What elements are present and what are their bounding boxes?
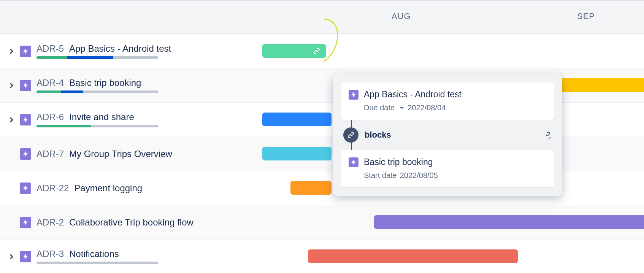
epic-icon xyxy=(349,157,358,167)
issue-list-panel: ADR-5 App Basics - Android test ADR-4 Ba… xyxy=(0,0,262,273)
epic-icon xyxy=(20,114,31,125)
issue-row[interactable]: ADR-2 Collaborative Trip booking flow xyxy=(0,205,262,240)
progress-bar xyxy=(36,56,158,59)
epic-icon xyxy=(20,46,31,57)
issue-row[interactable]: ADR-3 Notifications xyxy=(0,240,262,273)
epic-icon xyxy=(20,183,31,194)
issue-key[interactable]: ADR-6 xyxy=(36,112,64,122)
issue-summary[interactable]: Basic trip booking xyxy=(69,78,141,88)
start-date-value: 2022/08/05 xyxy=(400,171,438,180)
issue-key[interactable]: ADR-5 xyxy=(36,43,64,54)
epic-icon xyxy=(20,217,31,228)
link-icon xyxy=(312,47,321,55)
epic-icon xyxy=(20,148,31,160)
dependency-source-title: App Basics - Android test xyxy=(364,89,462,100)
issue-row[interactable]: ADR-7 My Group Trips Overview xyxy=(0,137,262,171)
epic-icon xyxy=(20,251,31,262)
timeline-row[interactable] xyxy=(262,34,644,68)
chevron-right-icon[interactable] xyxy=(8,83,13,88)
issue-row[interactable]: ADR-5 App Basics - Android test xyxy=(0,34,262,68)
issue-summary[interactable]: Invite and share xyxy=(69,112,134,122)
epic-icon xyxy=(349,90,358,100)
issue-row[interactable]: ADR-6 Invite and share xyxy=(0,103,262,137)
due-date-value: 2022/08/04 xyxy=(408,103,446,112)
link-icon xyxy=(343,127,358,143)
timeline-bar[interactable] xyxy=(559,78,644,92)
issue-key[interactable]: ADR-4 xyxy=(36,78,64,88)
issue-summary[interactable]: My Group Trips Overview xyxy=(69,149,172,159)
issue-summary[interactable]: Collaborative Trip booking flow xyxy=(69,217,194,228)
timeline-bar[interactable] xyxy=(262,113,332,126)
issue-key[interactable]: ADR-7 xyxy=(36,149,64,159)
dependency-relation: blocks xyxy=(341,120,554,150)
issue-summary[interactable]: Payment logging xyxy=(74,183,142,194)
issue-key[interactable]: ADR-3 xyxy=(36,249,64,259)
timeline-bar[interactable] xyxy=(290,181,332,195)
chevron-right-icon[interactable] xyxy=(8,117,13,122)
issue-key[interactable]: ADR-22 xyxy=(36,183,69,194)
issue-summary[interactable]: Notifications xyxy=(69,249,119,259)
timeline-header: AUG SEP xyxy=(262,1,644,34)
dependency-target-card[interactable]: Basic trip booking Start date 2022/08/05 xyxy=(341,150,554,187)
unlink-button[interactable] xyxy=(542,130,552,140)
progress-bar xyxy=(36,262,158,264)
timeline-bar[interactable] xyxy=(262,147,332,160)
dependency-popup: App Basics - Android test Due date 2022/… xyxy=(333,74,562,196)
issue-key[interactable]: ADR-2 xyxy=(36,217,64,228)
timeline-bar[interactable] xyxy=(262,44,326,58)
relation-label: blocks xyxy=(365,130,391,140)
issue-summary[interactable]: App Basics - Android test xyxy=(69,43,171,54)
chevron-right-icon[interactable] xyxy=(8,254,13,259)
timeline-bar[interactable] xyxy=(308,249,518,263)
due-date-label: Due date xyxy=(364,103,395,112)
chevron-right-icon[interactable] xyxy=(8,48,13,54)
issue-row[interactable]: ADR-22 Payment logging xyxy=(0,171,262,205)
epic-icon xyxy=(20,80,31,91)
issue-list-header xyxy=(0,1,262,34)
dependency-target-title: Basic trip booking xyxy=(364,157,433,167)
arrow-right-icon xyxy=(398,105,404,111)
progress-bar xyxy=(36,90,158,93)
timeline-row[interactable] xyxy=(262,205,644,240)
month-label: AUG xyxy=(392,11,411,21)
issue-row[interactable]: ADR-4 Basic trip booking xyxy=(0,68,262,103)
progress-bar xyxy=(36,125,158,127)
dependency-source-card[interactable]: App Basics - Android test Due date 2022/… xyxy=(341,83,554,120)
start-date-label: Start date xyxy=(364,171,397,180)
month-label: SEP xyxy=(577,11,595,21)
timeline-row[interactable] xyxy=(262,240,644,273)
timeline-bar[interactable] xyxy=(374,215,644,229)
